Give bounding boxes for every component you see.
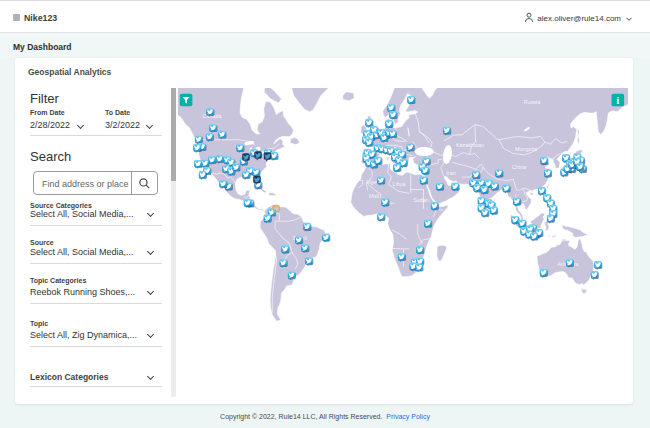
svg-text:Mali: Mali xyxy=(369,193,379,199)
svg-text:i: i xyxy=(616,96,619,106)
svg-text:Kazakhstan: Kazakhstan xyxy=(455,142,483,148)
svg-text:China: China xyxy=(511,164,525,170)
svg-text:Sudan: Sudan xyxy=(413,197,429,203)
svg-text:Libya: Libya xyxy=(392,181,405,187)
svg-text:Iran: Iran xyxy=(446,170,455,176)
svg-text:Russia: Russia xyxy=(523,99,539,105)
svg-text:Mongolia: Mongolia xyxy=(515,146,537,152)
